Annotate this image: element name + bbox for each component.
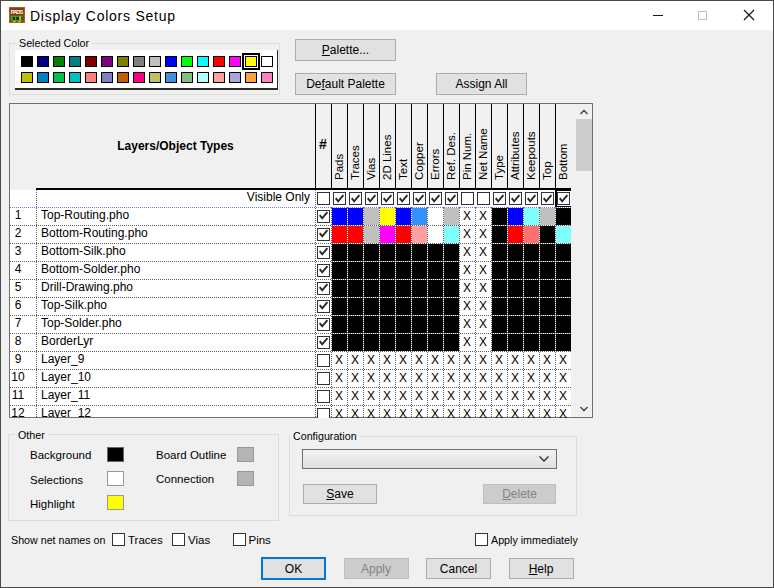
svg-text:PADS: PADS <box>11 9 24 15</box>
